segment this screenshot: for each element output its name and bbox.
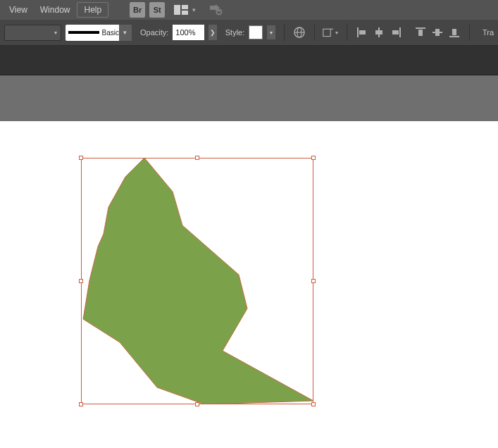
vertical-align-group: [414, 25, 461, 40]
opacity-stepper[interactable]: ❯: [208, 25, 216, 40]
align-top-button[interactable]: [414, 25, 427, 40]
opacity-label: Opacity:: [140, 28, 168, 37]
align-vcenter-button[interactable]: [431, 25, 444, 40]
svg-rect-15: [392, 30, 399, 35]
svg-rect-1: [182, 5, 188, 9]
svg-rect-0: [174, 5, 180, 15]
selected-shape[interactable]: [81, 158, 313, 404]
align-hcenter-button[interactable]: [373, 25, 385, 40]
canvas-pasteboard: [0, 75, 498, 121]
svg-rect-17: [418, 30, 423, 36]
document-setup-icon[interactable]: ▾: [323, 25, 338, 40]
separator: [347, 24, 347, 41]
preset-dropdown[interactable]: ▾: [4, 25, 61, 41]
align-bottom-button[interactable]: [448, 25, 461, 40]
separator: [284, 24, 285, 41]
transform-label: Tra: [483, 28, 494, 37]
stock-button[interactable]: St: [149, 2, 165, 18]
style-swatch[interactable]: [249, 25, 263, 39]
gpu-preview-icon[interactable]: [208, 4, 223, 15]
workspace-icon: [174, 5, 188, 15]
stroke-preview: [68, 31, 99, 34]
workspace-switcher[interactable]: ▾: [174, 5, 196, 15]
separator: [469, 24, 470, 41]
menu-help[interactable]: Help: [77, 2, 108, 18]
chevron-down-icon: ▾: [51, 30, 61, 36]
align-right-button[interactable]: [390, 25, 402, 40]
align-left-button[interactable]: [356, 25, 368, 40]
svg-rect-8: [323, 29, 330, 36]
style-dropdown-button[interactable]: ▾: [267, 25, 275, 39]
opacity-input[interactable]: [173, 25, 204, 40]
bridge-button[interactable]: Br: [130, 2, 145, 18]
document-tab-strip: [0, 46, 498, 75]
style-label: Style:: [225, 28, 245, 37]
recolor-artwork-icon[interactable]: [293, 25, 306, 40]
chevron-down-icon: ▾: [119, 25, 132, 41]
menu-bar: View Window Help Br St ▾: [0, 0, 498, 20]
svg-rect-19: [435, 29, 440, 36]
svg-rect-13: [375, 30, 382, 35]
brush-profile-label: Basic: [102, 29, 119, 37]
menu-window[interactable]: Window: [34, 3, 77, 17]
chevron-down-icon: ▾: [335, 30, 338, 36]
svg-rect-11: [359, 30, 366, 35]
brush-profile-dropdown[interactable]: Basic ▾: [66, 25, 132, 41]
horizontal-align-group: [356, 25, 402, 40]
chevron-down-icon: ▾: [192, 6, 196, 13]
artboard[interactable]: [0, 121, 498, 448]
polygon-path[interactable]: [83, 158, 313, 404]
menu-view[interactable]: View: [3, 3, 34, 17]
svg-rect-2: [182, 11, 188, 15]
separator: [314, 24, 315, 41]
svg-rect-21: [452, 29, 456, 35]
options-bar: ▾ Basic ▾ Opacity: ❯ Style: ▾ ▾: [0, 20, 498, 46]
